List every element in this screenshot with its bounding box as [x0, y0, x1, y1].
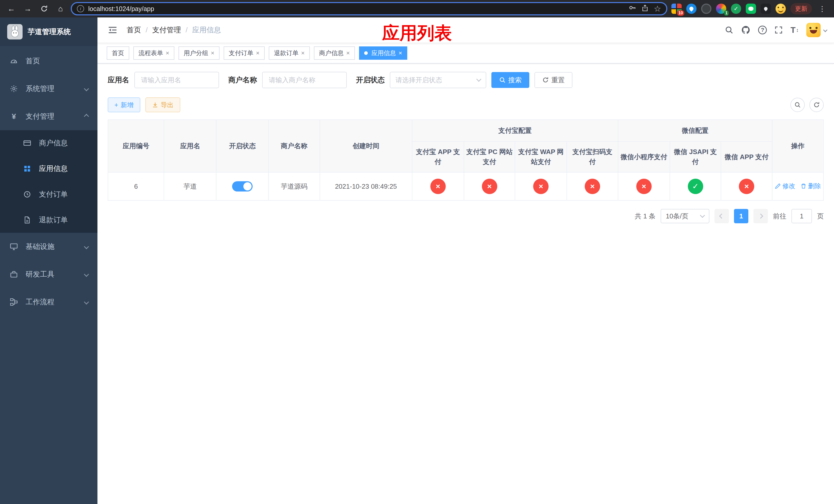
breadcrumb-separator: / [186, 26, 188, 34]
site-info-icon[interactable]: i [77, 5, 84, 12]
chevron-down-icon [700, 213, 705, 218]
user-menu[interactable] [806, 23, 827, 37]
chevron-right-icon [758, 213, 763, 219]
address-bar[interactable]: i localhost:1024/pay/app ☆ [71, 2, 667, 15]
refresh-table-button[interactable] [809, 98, 824, 112]
extension-rainbow-icon[interactable]: 1 [716, 4, 726, 14]
sidebar-item-dev-tools[interactable]: 研发工具 [0, 260, 97, 288]
browser-menu-button[interactable]: ⋮ [816, 5, 828, 13]
extension-pin-icon[interactable] [761, 4, 771, 14]
url-text[interactable]: localhost:1024/pay/app [88, 5, 624, 13]
tab-process-form[interactable]: 流程表单× [133, 46, 174, 60]
col-alipay-pc: 支付宝 PC 网站支付 [464, 141, 515, 172]
close-icon[interactable]: × [301, 50, 305, 56]
glyph: × [487, 183, 492, 190]
github-link[interactable] [741, 25, 750, 35]
browser-home-button[interactable]: ⌂ [54, 3, 67, 15]
close-icon[interactable]: × [256, 50, 260, 56]
extension-badge-green: 1 [724, 10, 729, 16]
extensions-cluster: 10 1 ✓ 更新 ⋮ [672, 3, 829, 14]
order-clock-icon [23, 190, 32, 199]
tab-app-info[interactable]: 应用信息× [359, 46, 407, 60]
sidebar-item-app-info[interactable]: 应用信息 [0, 156, 97, 182]
tab-refund-orders[interactable]: 退款订单× [269, 46, 310, 60]
chevron-down-icon [84, 244, 89, 249]
merchant-name-input[interactable] [262, 72, 347, 88]
chevron-down-icon [823, 28, 828, 32]
extension-drop-icon[interactable] [686, 4, 697, 14]
font-size-button[interactable]: T↕ [790, 25, 798, 35]
cell-app-name: 芋道 [164, 172, 216, 201]
sidebar-item-home[interactable]: 首页 [0, 47, 97, 75]
page-size-select[interactable]: 10条/页 [661, 209, 709, 223]
status-label: 开启状态 [356, 75, 385, 85]
sidebar-item-merchant-info[interactable]: 商户信息 [0, 130, 97, 156]
goto-page-input[interactable] [791, 209, 812, 223]
share-button[interactable] [641, 4, 649, 14]
breadcrumb: 首页 / 支付管理 / 应用信息 [127, 25, 221, 35]
workflow-icon [9, 298, 19, 306]
browser-reload-button[interactable] [38, 3, 50, 15]
extension-check-icon[interactable]: ✓ [731, 4, 741, 14]
edit-button[interactable]: 修改 [775, 182, 795, 190]
close-icon[interactable]: × [398, 50, 402, 56]
reset-button[interactable]: 重置 [534, 72, 572, 88]
prev-page-button[interactable] [715, 209, 729, 223]
page-number-1[interactable]: 1 [734, 209, 748, 223]
sidebar-item-refund-orders[interactable]: 退款订单 [0, 207, 97, 233]
glyph: × [436, 183, 440, 190]
sidebar-item-label: 工作流程 [26, 297, 54, 307]
close-icon[interactable]: × [166, 50, 169, 56]
cell-merchant: 芋道源码 [268, 172, 320, 201]
sidebar-item-infrastructure[interactable]: 基础设施 [0, 233, 97, 260]
breadcrumb-home[interactable]: 首页 [127, 25, 141, 35]
header-search-button[interactable] [725, 26, 733, 35]
tab-merchant-info[interactable]: 商户信息× [314, 46, 355, 60]
sidebar-item-pay-orders[interactable]: 支付订单 [0, 182, 97, 207]
search-button[interactable]: 搜索 [491, 72, 529, 88]
help-button[interactable]: ? [758, 26, 767, 35]
sidebar-toggle-button[interactable] [105, 25, 120, 35]
status-select-placeholder: 请选择开启状态 [395, 76, 442, 85]
next-page-button[interactable] [753, 209, 768, 223]
extension-dark-icon[interactable] [701, 4, 711, 14]
tab-user-group[interactable]: 用户分组× [178, 46, 220, 60]
bookmark-star-button[interactable]: ☆ [654, 4, 661, 14]
extension-wechat-icon[interactable] [746, 4, 756, 14]
tab-pay-orders[interactable]: 支付订单× [224, 46, 265, 60]
tab-label: 退款订单 [274, 49, 299, 57]
breadcrumb-payment[interactable]: 支付管理 [152, 25, 181, 35]
share-icon [641, 4, 649, 12]
browser-forward-button[interactable]: → [22, 3, 34, 15]
app-logo-row[interactable]: 芋道管理系统 [0, 18, 97, 46]
cell-actions: 修改 删除 [772, 172, 824, 201]
extension-emoji-icon[interactable] [775, 4, 786, 14]
sidebar-item-workflow[interactable]: 工作流程 [0, 288, 97, 316]
app-name-input[interactable] [134, 72, 219, 88]
close-icon[interactable]: × [346, 50, 350, 56]
close-icon[interactable]: × [211, 50, 214, 56]
sidebar-item-label: 退款订单 [39, 215, 68, 225]
password-key-icon[interactable] [629, 4, 636, 14]
toggle-search-button[interactable] [790, 98, 805, 112]
delete-button[interactable]: 删除 [800, 182, 821, 190]
browser-back-button[interactable]: ← [5, 3, 18, 15]
sidebar-item-system[interactable]: 系统管理 [0, 75, 97, 102]
tab-home[interactable]: 首页 [107, 46, 129, 60]
extension-grid-icon[interactable]: 10 [672, 4, 682, 14]
page-annotation: 应用列表 [382, 22, 452, 45]
filter-form: 应用名 商户名称 开启状态 请选择开启状态 搜索 重置 [108, 72, 824, 88]
browser-update-button[interactable]: 更新 [790, 3, 812, 14]
export-button[interactable]: 导出 [146, 97, 180, 112]
add-button[interactable]: + 新增 [108, 97, 140, 112]
sidebar-item-label: 支付订单 [39, 189, 68, 199]
col-status: 开启状态 [216, 120, 268, 172]
col-group-wechat: 微信配置 [618, 120, 772, 141]
sidebar-item-label: 系统管理 [26, 84, 54, 94]
status-select[interactable]: 请选择开启状态 [390, 72, 486, 88]
fullscreen-button[interactable] [774, 26, 783, 34]
add-button-label: 新增 [121, 101, 134, 109]
sidebar-item-payment[interactable]: ¥ 支付管理 [0, 102, 97, 130]
status-toggle[interactable] [232, 181, 253, 191]
sidebar-menu: 首页 系统管理 ¥ 支付管理 商户信息 [0, 46, 97, 504]
